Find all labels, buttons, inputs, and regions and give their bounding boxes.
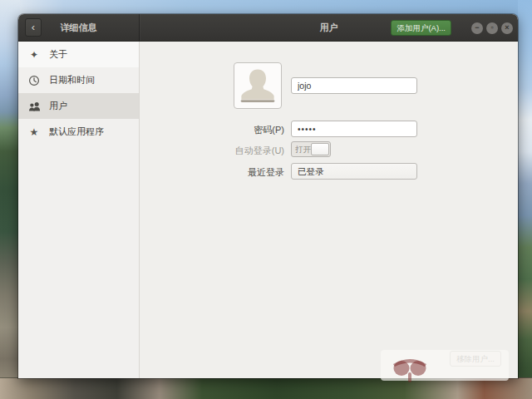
maximize-button[interactable]: ▫ [486, 22, 498, 34]
users-panel: 密码(P) 自动登录(U) 打开 最近登录 已登录 移除用户... [140, 42, 518, 378]
username-input[interactable] [291, 77, 417, 94]
watermark-overlay [381, 350, 509, 381]
auto-login-label: 自动登录(U) [140, 145, 284, 157]
header-main-section: 用户 添加用户(A)... − ▫ × [140, 14, 518, 41]
maximize-icon: ▫ [490, 23, 493, 32]
sidebar-item-users[interactable]: 用户 [18, 93, 139, 119]
users-icon [27, 100, 41, 113]
toggle-state-label: 打开 [295, 145, 311, 155]
avatar-button[interactable] [234, 62, 282, 109]
last-login-label: 最近登录 [140, 166, 284, 179]
clock-icon [27, 74, 41, 87]
sidebar-item-default-apps[interactable]: ★ 默认应用程序 [18, 119, 139, 145]
toggle-knob [311, 143, 329, 155]
wallpaper-left-mountains [0, 0, 20, 399]
password-input[interactable] [291, 121, 417, 137]
window-controls: − ▫ × [471, 22, 513, 34]
avatar-silhouette-icon [236, 65, 279, 106]
chevron-left-icon: ‹ [32, 21, 35, 33]
sidebar-item-date-time[interactable]: 日期和时间 [18, 67, 139, 93]
star-icon: ★ [27, 126, 41, 139]
window-body: ✦ 关于 日期和时间 用户 [18, 42, 518, 378]
settings-window: ‹ 详细信息 用户 添加用户(A)... − ▫ × ✦ 关于 日期和 [18, 14, 518, 378]
minimize-button[interactable]: − [471, 22, 483, 34]
header-left-section: ‹ 详细信息 [18, 14, 140, 41]
sidebar: ✦ 关于 日期和时间 用户 [18, 42, 140, 378]
last-login-button[interactable]: 已登录 [291, 163, 417, 180]
sidebar-item-label: 日期和时间 [49, 74, 95, 86]
close-icon: × [505, 23, 509, 32]
back-button[interactable]: ‹ [25, 18, 42, 37]
auto-login-toggle[interactable]: 打开 [291, 141, 331, 157]
sidebar-item-label: 用户 [49, 100, 67, 112]
sidebar-item-label: 默认应用程序 [49, 126, 104, 138]
sidebar-item-about[interactable]: ✦ 关于 [18, 42, 139, 67]
goggles-watermark-icon [391, 354, 429, 382]
wallpaper-right-mountains [518, 0, 532, 399]
minimize-icon: − [475, 23, 479, 32]
sparkle-icon: ✦ [27, 48, 41, 62]
add-user-button[interactable]: 添加用户(A)... [391, 20, 451, 36]
sidebar-item-label: 关于 [49, 48, 67, 61]
page-title: 用户 [140, 22, 518, 34]
header-bar: ‹ 详细信息 用户 添加用户(A)... − ▫ × [18, 14, 518, 42]
close-button[interactable]: × [501, 22, 513, 34]
password-label: 密码(P) [140, 124, 284, 136]
